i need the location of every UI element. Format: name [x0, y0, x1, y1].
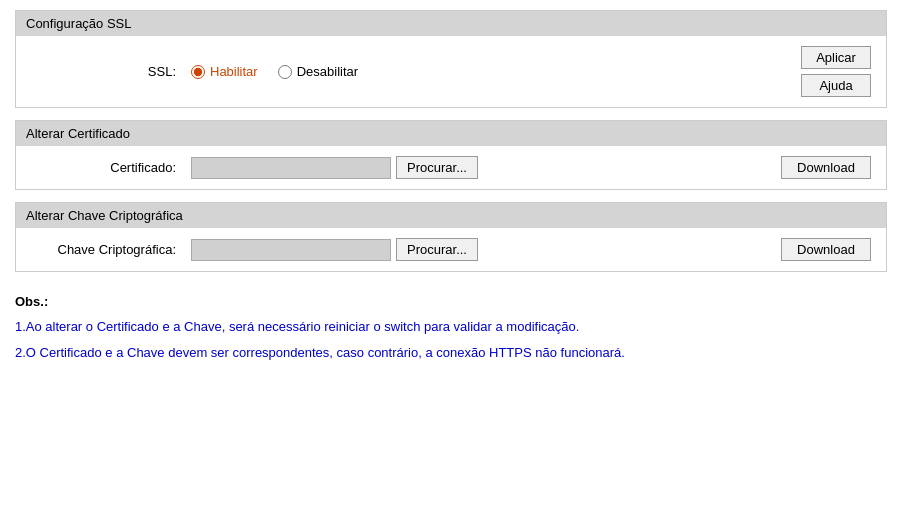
ssl-controls: Habilitar Desabilitar: [191, 64, 801, 79]
ssl-config-section: Configuração SSL SSL: Habilitar Desabili…: [15, 10, 887, 108]
observations-section: Obs.: 1.Ao alterar o Certificado e a Cha…: [15, 284, 887, 378]
ssl-action-buttons: Aplicar Ajuda: [801, 46, 871, 97]
key-file-input-area: Procurar...: [191, 238, 478, 261]
obs-title: Obs.:: [15, 294, 887, 309]
obs-item-2: 2.O Certificado e a Chave devem ser corr…: [15, 343, 887, 363]
ajuda-button[interactable]: Ajuda: [801, 74, 871, 97]
ssl-habilitar-radio[interactable]: [191, 65, 205, 79]
ssl-habilitar-option[interactable]: Habilitar: [191, 64, 258, 79]
key-body: Chave Criptográfica: Procurar... Downloa…: [16, 228, 886, 271]
key-procurar-button[interactable]: Procurar...: [396, 238, 478, 261]
certificate-body: Certificado: Procurar... Download: [16, 146, 886, 189]
key-label: Chave Criptográfica:: [31, 242, 191, 257]
certificate-title: Alterar Certificado: [26, 126, 130, 141]
key-file-textbox[interactable]: [191, 239, 391, 261]
key-section: Alterar Chave Criptográfica Chave Cripto…: [15, 202, 887, 272]
ssl-config-header: Configuração SSL: [16, 11, 886, 36]
certificate-download-button[interactable]: Download: [781, 156, 871, 179]
ssl-config-body: SSL: Habilitar Desabilitar Aplicar Ajuda: [16, 36, 886, 107]
certificate-section: Alterar Certificado Certificado: Procura…: [15, 120, 887, 190]
ssl-desabilitar-label: Desabilitar: [297, 64, 358, 79]
certificate-label: Certificado:: [31, 160, 191, 175]
certificate-file-textbox[interactable]: [191, 157, 391, 179]
certificate-header: Alterar Certificado: [16, 121, 886, 146]
certificate-download-container: Download: [781, 156, 871, 179]
ssl-config-title: Configuração SSL: [26, 16, 132, 31]
obs-item-1: 1.Ao alterar o Certificado e a Chave, se…: [15, 317, 887, 337]
key-header: Alterar Chave Criptográfica: [16, 203, 886, 228]
ssl-desabilitar-radio[interactable]: [278, 65, 292, 79]
certificate-file-input-area: Procurar...: [191, 156, 478, 179]
key-title: Alterar Chave Criptográfica: [26, 208, 183, 223]
key-download-container: Download: [781, 238, 871, 261]
key-download-button[interactable]: Download: [781, 238, 871, 261]
ssl-habilitar-label: Habilitar: [210, 64, 258, 79]
aplicar-button[interactable]: Aplicar: [801, 46, 871, 69]
ssl-label: SSL:: [31, 64, 191, 79]
certificate-procurar-button[interactable]: Procurar...: [396, 156, 478, 179]
ssl-desabilitar-option[interactable]: Desabilitar: [278, 64, 358, 79]
